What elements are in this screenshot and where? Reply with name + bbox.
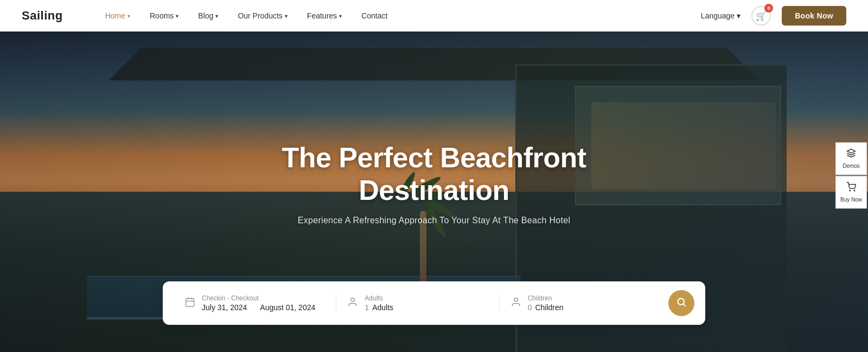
layers-icon — [846, 148, 856, 161]
calendar-icon — [184, 297, 195, 310]
children-section[interactable]: Children 0 Children — [500, 294, 662, 312]
adults-count: 1 — [365, 303, 369, 312]
cart-badge: 0 — [764, 4, 773, 12]
chevron-down-icon: ▾ — [176, 13, 178, 19]
navbar: Sailing Home ▾ Rooms ▾ Blog ▾ Our Produc… — [0, 0, 868, 32]
nav-label-features: Features — [307, 11, 337, 20]
nav-label-products: Our Products — [238, 11, 282, 20]
nav-right: Language ▾ 🛒 0 Book Now — [701, 6, 846, 26]
cart-side-icon — [846, 182, 856, 194]
checkout-date: August 01, 2024 — [260, 303, 315, 312]
chevron-down-icon: ▾ — [737, 11, 741, 20]
children-placeholder: Children — [535, 303, 563, 312]
search-icon — [676, 297, 687, 310]
svg-point-9 — [850, 190, 851, 191]
svg-point-5 — [514, 298, 518, 301]
nav-label-home: Home — [105, 11, 125, 20]
svg-point-10 — [854, 190, 855, 191]
svg-rect-0 — [186, 298, 194, 306]
children-label: Children — [528, 294, 564, 302]
nav-item-products[interactable]: Our Products ▾ — [228, 0, 297, 32]
chevron-down-icon: ▾ — [127, 13, 130, 19]
date-section[interactable]: Checkin - Checkout July 31, 2024 August … — [174, 294, 336, 312]
nav-item-contact[interactable]: Contact — [352, 0, 397, 32]
adults-content: Adults 1 Adults — [365, 294, 393, 312]
adults-section[interactable]: Adults 1 Adults — [336, 294, 499, 312]
buy-now-button[interactable]: Buy Now — [835, 176, 867, 209]
demos-button[interactable]: Demos — [835, 142, 867, 175]
nav-label-contact: Contact — [361, 11, 387, 20]
hero-title: The Perfect Beachfront Destination — [217, 142, 651, 207]
chevron-down-icon: ▾ — [285, 13, 288, 19]
hero-section: The Perfect Beachfront Destination Exper… — [0, 32, 868, 352]
chevron-down-icon: ▾ — [215, 13, 218, 19]
brand-logo[interactable]: Sailing — [22, 9, 63, 23]
svg-point-4 — [351, 298, 355, 301]
svg-line-7 — [684, 304, 686, 306]
svg-marker-8 — [847, 149, 856, 154]
nav-item-rooms[interactable]: Rooms ▾ — [140, 0, 188, 32]
adults-placeholder: Adults — [372, 303, 393, 312]
demos-label: Demos — [843, 163, 860, 169]
checkin-date: July 31, 2024 — [202, 303, 247, 312]
nav-item-home[interactable]: Home ▾ — [95, 0, 140, 32]
adults-counter: 1 Adults — [365, 303, 393, 312]
cart-icon: 🛒 — [756, 11, 767, 21]
children-counter: 0 Children — [528, 303, 564, 312]
hero-content: The Perfect Beachfront Destination Exper… — [217, 142, 651, 225]
adults-label: Adults — [365, 294, 393, 302]
nav-label-blog: Blog — [198, 11, 213, 20]
language-label: Language — [701, 11, 735, 20]
search-submit-button[interactable] — [668, 290, 694, 316]
children-count: 0 — [528, 303, 532, 312]
book-now-button[interactable]: Book Now — [782, 6, 846, 26]
side-panel: Demos Buy Now — [835, 142, 868, 210]
date-range: July 31, 2024 August 01, 2024 — [202, 303, 315, 312]
checkin-label: Checkin - Checkout — [202, 294, 315, 302]
hero-subtitle: Experience A Refreshing Approach To Your… — [217, 215, 651, 225]
nav-item-blog[interactable]: Blog ▾ — [188, 0, 228, 32]
children-content: Children 0 Children — [528, 294, 564, 312]
buy-label: Buy Now — [840, 197, 862, 203]
nav-label-rooms: Rooms — [150, 11, 174, 20]
cart-button[interactable]: 🛒 0 — [751, 6, 771, 26]
nav-links: Home ▾ Rooms ▾ Blog ▾ Our Products ▾ Fea… — [95, 0, 701, 32]
svg-point-6 — [678, 298, 684, 305]
language-selector[interactable]: Language ▾ — [701, 11, 741, 20]
child-icon — [510, 297, 521, 310]
person-icon — [347, 297, 358, 310]
nav-item-features[interactable]: Features ▾ — [297, 0, 352, 32]
chevron-down-icon: ▾ — [339, 13, 342, 19]
search-bar: Checkin - Checkout July 31, 2024 August … — [163, 281, 705, 325]
date-content: Checkin - Checkout July 31, 2024 August … — [202, 294, 315, 312]
